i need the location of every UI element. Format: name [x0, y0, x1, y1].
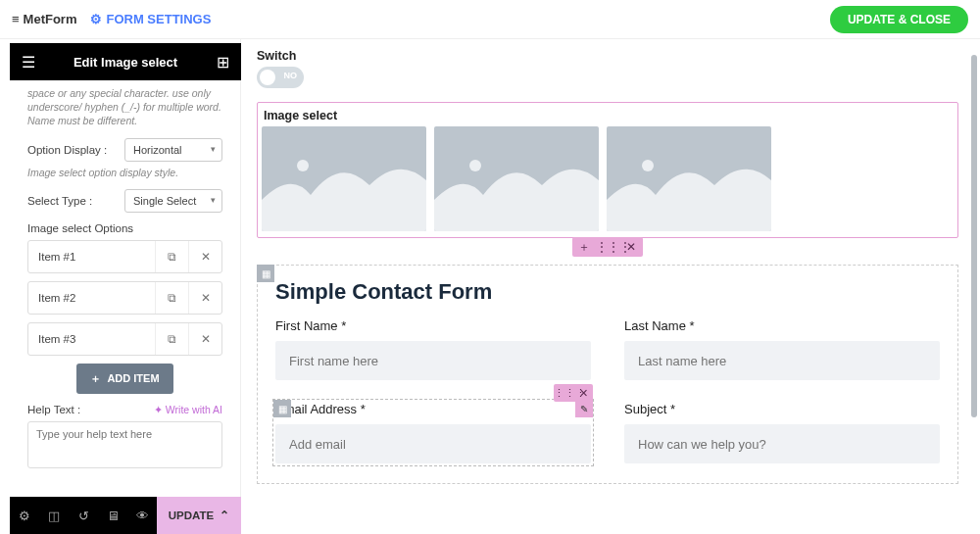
canvas: Switch NO Image select	[241, 39, 980, 484]
preview-icon[interactable]: 👁	[127, 497, 157, 534]
email-input[interactable]	[275, 424, 591, 463]
add-item-button[interactable]: ＋ ADD ITEM	[76, 364, 172, 394]
plus-icon: ＋	[90, 371, 101, 386]
chevron-up-icon: ⌃	[220, 509, 229, 522]
form-settings-label: FORM SETTINGS	[106, 12, 211, 26]
update-close-button[interactable]: UPDATE & CLOSE	[830, 6, 968, 33]
subject-field[interactable]: Subject *	[624, 402, 940, 463]
brand-label: MetForm	[24, 12, 77, 26]
option-item-label: Item #3	[28, 333, 155, 345]
first-name-label: First Name *	[275, 318, 591, 333]
duplicate-icon[interactable]: ⧉	[155, 282, 188, 314]
panel-body: space or any special character. use only…	[0, 80, 240, 497]
contact-form-section[interactable]: ▦ Simple Contact Form First Name * Last …	[257, 265, 958, 484]
delete-icon[interactable]: ✕	[188, 282, 221, 314]
scroll-thumb[interactable]	[971, 55, 977, 417]
select-type-row: Select Type : Single Select	[27, 189, 222, 213]
remove-widget-icon[interactable]: ✕	[573, 387, 593, 400]
helptext-row: Help Text : ✦ Write with AI	[27, 404, 222, 415]
option-item-label: Item #1	[28, 251, 155, 263]
switch-value: NO	[284, 71, 298, 80]
switch-label: Switch	[257, 49, 958, 63]
delete-icon[interactable]: ✕	[188, 323, 221, 355]
image-select-widget[interactable]: Image select	[257, 102, 958, 238]
panel-footer: ⚙ ◫ ↺ 🖥 👁 UPDATE ⌃	[10, 497, 241, 534]
helptext-label: Help Text :	[27, 404, 80, 415]
update-label: UPDATE	[169, 510, 214, 521]
panel-menu-icon[interactable]: ☰	[20, 53, 37, 71]
form-title: Simple Contact Form	[275, 279, 940, 305]
panel-apps-icon[interactable]: ⊞	[214, 53, 231, 71]
switch-toggle[interactable]: NO	[257, 67, 304, 88]
first-name-input[interactable]	[275, 341, 591, 380]
panel-title: Edit Image select	[74, 55, 177, 70]
image-option-2[interactable]	[434, 126, 599, 231]
panel-update-button[interactable]: UPDATE ⌃	[157, 497, 241, 534]
email-field[interactable]: ▦ ⋮⋮⋮ ✕ ✎ Email Address *	[275, 402, 591, 463]
vertical-scrollbar[interactable]	[970, 55, 978, 525]
image-select-title: Image select	[262, 107, 954, 126]
left-panel: ☰ Edit Image select ⊞ space or any speci…	[0, 39, 241, 534]
history-icon[interactable]: ↺	[69, 497, 98, 534]
duplicate-icon[interactable]: ⧉	[155, 323, 188, 355]
email-label: Email Address *	[275, 402, 591, 416]
help-text-input[interactable]	[27, 421, 222, 468]
drag-section-icon[interactable]: ⋮⋮⋮	[596, 240, 619, 254]
main-area: ☰ Edit Image select ⊞ space or any speci…	[0, 39, 980, 534]
image-option-3[interactable]	[607, 126, 771, 231]
section-handle-icon[interactable]: ▦	[257, 265, 274, 282]
form-settings-button[interactable]: ⚙ FORM SETTINGS	[90, 12, 211, 26]
image-option-1[interactable]	[262, 126, 426, 231]
option-display-row: Option Display : Horizontal	[27, 138, 222, 162]
responsive-icon[interactable]: 🖥	[98, 497, 127, 534]
subject-label: Subject *	[624, 402, 940, 416]
write-with-ai-button[interactable]: ✦ Write with AI	[154, 404, 222, 415]
navigator-icon[interactable]: ◫	[39, 497, 69, 534]
first-name-field[interactable]: First Name *	[275, 318, 591, 380]
delete-icon[interactable]: ✕	[188, 241, 221, 272]
add-section-icon[interactable]: ＋	[572, 239, 596, 256]
topbar-left: ≡ MetForm ⚙ FORM SETTINGS	[12, 12, 211, 26]
edit-widget-icon[interactable]: ✎	[575, 400, 593, 417]
image-select-thumbs	[262, 126, 954, 231]
option-item-3[interactable]: Item #3 ⧉ ✕	[27, 322, 222, 356]
panel-header: ☰ Edit Image select ⊞	[10, 43, 241, 80]
option-item-1[interactable]: Item #1 ⧉ ✕	[27, 240, 222, 273]
gear-icon: ⚙	[90, 12, 102, 26]
settings-icon[interactable]: ⚙	[10, 497, 39, 534]
select-type-select[interactable]: Single Select	[124, 189, 222, 213]
add-item-label: ADD ITEM	[107, 372, 159, 384]
form-fields-grid: First Name * Last Name * ▦ ⋮⋮⋮ ✕ ✎	[275, 318, 940, 463]
name-hint: space or any special character. use only…	[27, 86, 222, 128]
last-name-input[interactable]	[624, 341, 940, 380]
duplicate-icon[interactable]: ⧉	[155, 241, 188, 272]
option-display-select[interactable]: Horizontal	[124, 138, 222, 162]
option-item-2[interactable]: Item #2 ⧉ ✕	[27, 281, 222, 315]
option-display-label: Option Display :	[27, 144, 107, 156]
last-name-field[interactable]: Last Name *	[624, 318, 940, 380]
canvas-wrap: Switch NO Image select	[241, 39, 980, 534]
options-section-label: Image select Options	[27, 222, 222, 234]
drag-widget-icon[interactable]: ⋮⋮⋮	[554, 387, 573, 400]
svg-point-0	[297, 160, 309, 171]
option-display-help: Image select option display style.	[27, 166, 222, 179]
last-name-label: Last Name *	[624, 318, 940, 333]
subject-input[interactable]	[624, 424, 940, 463]
widget-handle-icon[interactable]: ▦	[273, 400, 291, 417]
select-type-label: Select Type :	[27, 195, 92, 207]
metform-logo[interactable]: ≡ MetForm	[12, 12, 76, 26]
remove-section-icon[interactable]: ✕	[619, 240, 643, 254]
section-controls: ＋ ⋮⋮⋮ ✕	[257, 237, 958, 257]
elementor-icon: ≡	[12, 12, 20, 26]
top-bar: ≡ MetForm ⚙ FORM SETTINGS UPDATE & CLOSE	[0, 0, 980, 39]
option-item-label: Item #2	[28, 292, 155, 304]
svg-point-2	[642, 160, 654, 171]
svg-point-1	[469, 160, 481, 171]
